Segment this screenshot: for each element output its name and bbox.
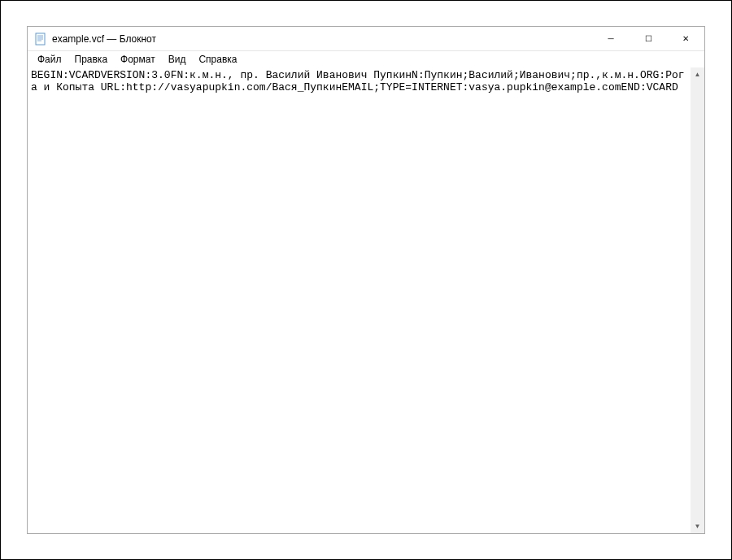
- notepad-icon: [34, 33, 47, 46]
- menu-edit[interactable]: Правка: [68, 52, 115, 67]
- text-editor[interactable]: BEGIN:VCARDVERSION:3.0FN:к.м.н., пр. Вас…: [28, 67, 691, 533]
- menu-view[interactable]: Вид: [162, 52, 193, 67]
- menu-file[interactable]: Файл: [31, 52, 68, 67]
- window-title: example.vcf — Блокнот: [52, 33, 592, 45]
- notepad-window: example.vcf — Блокнот ─ ☐ ✕ Файл Правка …: [27, 26, 705, 534]
- window-controls: ─ ☐ ✕: [592, 27, 704, 50]
- close-button[interactable]: ✕: [667, 27, 704, 50]
- scroll-up-icon[interactable]: ▲: [691, 67, 704, 81]
- scroll-down-icon[interactable]: ▼: [691, 519, 704, 533]
- scrollbar-track[interactable]: [691, 81, 704, 519]
- content-area: BEGIN:VCARDVERSION:3.0FN:к.м.н., пр. Вас…: [28, 67, 704, 533]
- minimize-button[interactable]: ─: [592, 27, 630, 50]
- maximize-button[interactable]: ☐: [630, 27, 667, 50]
- menubar: Файл Правка Формат Вид Справка: [28, 51, 704, 67]
- titlebar[interactable]: example.vcf — Блокнот ─ ☐ ✕: [28, 27, 704, 51]
- vertical-scrollbar[interactable]: ▲ ▼: [691, 67, 704, 533]
- menu-format[interactable]: Формат: [114, 52, 162, 67]
- menu-help[interactable]: Справка: [192, 52, 243, 67]
